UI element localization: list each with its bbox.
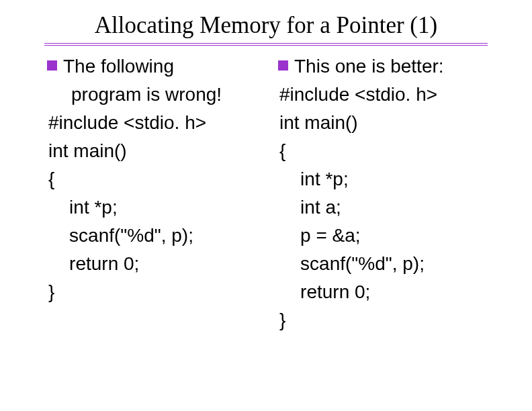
left-intro-line2: program is wrong! [48, 81, 267, 109]
slide: Allocating Memory for a Pointer (1) The … [0, 0, 532, 411]
content-columns: The following program is wrong! #include… [34, 53, 498, 334]
title-underline [44, 43, 488, 45]
code-line: int main() [48, 137, 267, 165]
bullet-icon [278, 60, 288, 71]
right-column: This one is better: #include <stdio. h> … [273, 53, 498, 334]
code-line: return 0; [48, 250, 267, 278]
slide-title: Allocating Memory for a Pointer (1) [34, 12, 498, 39]
code-line: return 0; [279, 278, 498, 306]
code-line: scanf("%d", p); [279, 250, 498, 278]
code-line: int main() [279, 109, 498, 137]
left-column: The following program is wrong! #include… [34, 53, 267, 334]
left-bullet-item: The following [48, 53, 267, 81]
code-line: scanf("%d", p); [48, 222, 267, 250]
code-line: { [48, 165, 267, 193]
right-intro-line1: This one is better: [279, 53, 498, 81]
code-line: int *p; [48, 193, 267, 222]
code-line: int a; [279, 193, 498, 222]
code-line: #include <stdio. h> [279, 81, 498, 109]
code-line: } [279, 306, 498, 334]
left-intro-line1: The following [48, 53, 267, 81]
bullet-icon [47, 60, 57, 71]
code-line: { [279, 137, 498, 165]
code-line: p = &a; [279, 222, 498, 250]
code-line: int *p; [279, 165, 498, 193]
right-bullet-item: This one is better: [279, 53, 498, 81]
code-line: } [48, 278, 267, 306]
code-line: #include <stdio. h> [48, 109, 267, 137]
